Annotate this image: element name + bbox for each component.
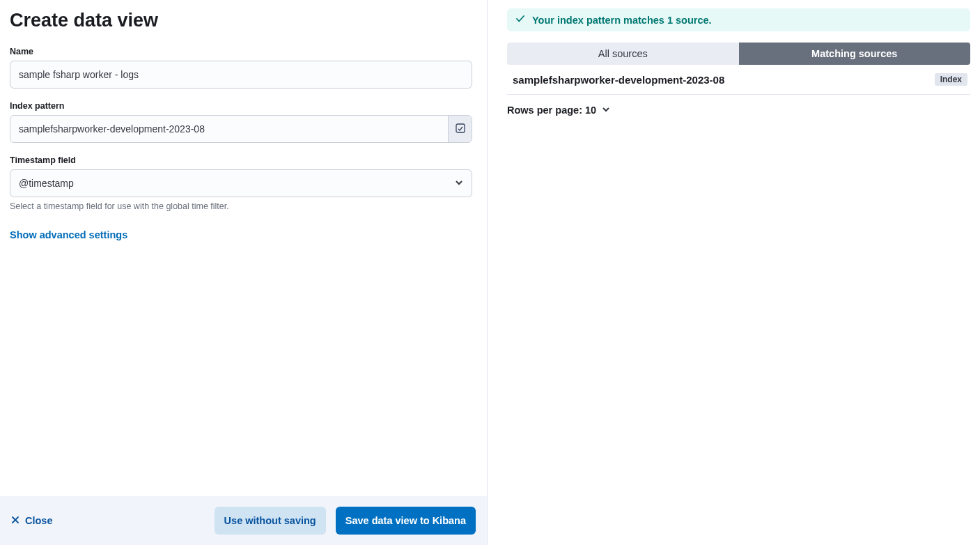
timestamp-select[interactable]: @timestamp [10, 169, 472, 197]
source-row[interactable]: samplefsharpworker-development-2023-08 I… [507, 65, 970, 95]
query-language-icon [455, 123, 466, 136]
page-title: Create data view [10, 10, 477, 31]
rows-per-page-label: Rows per page: 10 [507, 105, 596, 116]
chevron-down-icon [602, 105, 610, 116]
show-advanced-settings-link[interactable]: Show advanced settings [10, 229, 127, 240]
close-icon [11, 515, 20, 526]
index-pattern-input[interactable] [10, 116, 448, 142]
svg-rect-0 [456, 124, 465, 132]
close-button[interactable]: Close [11, 515, 53, 526]
index-pattern-label: Index pattern [10, 101, 477, 111]
timestamp-help: Select a timestamp field for use with th… [10, 201, 477, 211]
match-callout-text: Your index pattern matches 1 source. [532, 15, 712, 26]
use-without-saving-button[interactable]: Use without saving [215, 507, 326, 535]
timestamp-select-value: @timestamp [19, 178, 74, 189]
rows-per-page-button[interactable]: Rows per page: 10 [507, 105, 970, 116]
name-input[interactable] [10, 61, 472, 89]
save-data-view-button[interactable]: Save data view to Kibana [336, 507, 476, 535]
source-type-badge: Index [935, 73, 967, 86]
source-name: samplefsharpworker-development-2023-08 [513, 74, 724, 86]
tab-matching-sources[interactable]: Matching sources [739, 43, 971, 65]
name-label: Name [10, 47, 477, 56]
timestamp-label: Timestamp field [10, 155, 477, 165]
match-callout: Your index pattern matches 1 source. [507, 8, 970, 31]
tab-all-sources[interactable]: All sources [507, 43, 739, 65]
index-pattern-lang-button[interactable] [448, 116, 472, 142]
chevron-down-icon [455, 178, 463, 189]
check-icon [515, 14, 525, 26]
close-button-label: Close [25, 515, 53, 526]
sources-tabs: All sources Matching sources [507, 43, 970, 65]
